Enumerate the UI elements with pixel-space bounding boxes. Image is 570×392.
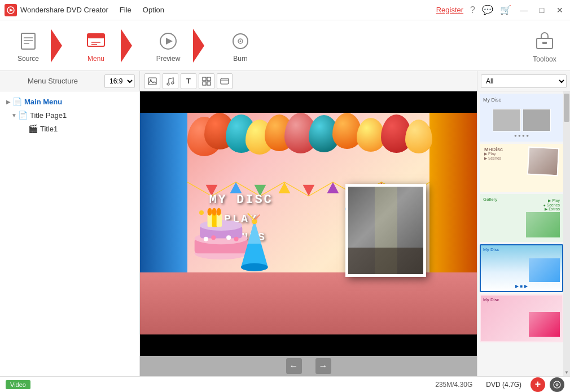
svg-rect-16 [542,42,547,44]
bg-image-button[interactable] [144,73,160,89]
status-file-size: 235M/4.30G [435,381,472,389]
svg-point-46 [216,208,221,215]
video-thumbnail[interactable] [345,184,426,277]
help-icon[interactable]: ? [470,5,475,15]
svg-marker-11 [166,38,173,45]
scroll-down-button[interactable]: ▼ [563,368,570,376]
svg-point-48 [211,236,216,240]
toolbar-menu[interactable]: Menu [73,23,119,68]
template-scrollbar[interactable]: ▼ [563,91,570,376]
svg-rect-21 [203,77,206,81]
menu-file[interactable]: File [117,5,134,15]
svg-rect-24 [207,82,211,85]
expand-icon: ▶ [5,99,12,105]
template-item-5[interactable]: My Disc [480,294,563,342]
menu-structure-title: Menu Structure [5,77,101,85]
template-list: My Disc ● ● ● ● MHDisc ▶ Play▶ Scenes [477,91,563,376]
toolbox-label: Toolbox [533,55,556,63]
title-bar: Wondershare DVD Creator File Option Regi… [0,0,570,20]
svg-point-44 [207,208,212,215]
svg-point-19 [167,83,169,85]
svg-rect-25 [221,78,229,84]
svg-marker-32 [327,182,339,193]
toolbar-arrow-3 [193,23,216,68]
bg-music-button[interactable] [163,73,178,89]
svg-point-50 [234,237,238,241]
toolbar-toolbox[interactable]: Toolbox [525,28,564,63]
main-toolbar: Source Menu Preview Burn Toolbox [0,20,570,71]
toolbox-icon [534,28,555,53]
canvas-panel: MY DISC PLAY SCENES [140,91,477,376]
svg-line-55 [248,213,255,220]
link-button[interactable] [217,73,233,89]
toolbar-burn[interactable]: Burn [218,23,263,68]
menu-option[interactable]: Option [141,5,166,15]
page-icon: 📄 [18,111,28,120]
app-name: Wondershare DVD Creator [20,6,108,14]
next-nav-button[interactable]: → [315,358,331,374]
svg-point-20 [172,82,174,84]
template-item-1[interactable]: My Disc ● ● ● ● [480,94,563,142]
title-bar-right: Register ? 💬 🛒 — □ ✕ [436,5,565,16]
preview-icon [156,29,181,54]
item-icon: 🎬 [28,124,38,133]
menu-icon [84,29,108,54]
toolbar-source[interactable]: Source [6,23,51,68]
page-icon: 📄 [12,97,22,106]
templates-panel: My Disc ● ● ● ● MHDisc ▶ Play▶ Scenes [477,91,570,376]
prev-nav-button[interactable]: ← [286,358,302,374]
canvas-nav: ← → [140,356,477,376]
canvas-area[interactable]: MY DISC PLAY SCENES [140,91,477,356]
template-item-3[interactable]: Gallery ▶ Play● Scenes▶ Extras [480,194,563,242]
status-video-label: Video [6,380,30,389]
toolbar-arrow-1 [51,23,73,68]
status-disc-type: DVD (4.7G) [486,381,521,389]
burn-disc-button[interactable] [550,377,564,392]
svg-marker-31 [302,185,314,196]
template-item-4[interactable]: My Disc ▶ ■ ▶ [480,244,563,292]
menu-label: Menu [87,55,104,63]
source-label: Source [17,55,39,63]
status-bar: Video 235M/4.30G DVD (4.7G) + [0,376,570,392]
svg-line-56 [255,215,260,221]
svg-marker-1 [10,8,13,12]
svg-rect-23 [203,82,206,85]
layout-button[interactable] [199,73,214,89]
register-link[interactable]: Register [436,6,463,14]
source-icon [16,29,41,54]
message-icon[interactable]: 💬 [482,5,493,15]
toolbar-arrow-2 [121,23,143,68]
main-menu-label: Main Menu [24,98,62,106]
aspect-ratio-select[interactable]: 16:9 4:3 [104,74,135,88]
burn-icon [228,29,253,54]
app-logo [5,4,17,16]
svg-point-59 [556,384,558,385]
svg-point-53 [241,263,268,271]
menu-bar: File Option [117,5,166,15]
party-hat [241,208,268,286]
tree-item-title-page1[interactable]: ▼ 📄 Title Page1 [0,108,139,122]
cart-icon[interactable]: 🛒 [500,5,511,15]
close-button[interactable]: ✕ [554,5,565,16]
tree-item-title1[interactable]: ▶ 🎬 Title1 [0,122,139,135]
template-item-2[interactable]: MHDisc ▶ Play▶ Scenes [480,144,563,192]
maximize-button[interactable]: □ [536,5,547,16]
menu-tree: ▶ 📄 Main Menu ▼ 📄 Title Page1 ▶ 🎬 Title1 [0,91,139,376]
svg-rect-17 [148,78,156,85]
text-button[interactable]: T [181,73,196,89]
svg-point-49 [226,236,231,240]
minimize-button[interactable]: — [518,5,529,16]
preview-label: Preview [156,55,181,63]
burn-label: Burn [233,55,247,63]
scroll-thumb[interactable] [564,94,569,122]
svg-point-47 [203,237,208,241]
tree-item-main-menu[interactable]: ▶ 📄 Main Menu [0,95,139,108]
template-filter-select[interactable]: All Wedding Birthday Travel [481,74,567,88]
svg-point-14 [240,40,242,42]
add-media-button[interactable]: + [530,377,545,392]
svg-rect-2 [21,33,35,49]
title1-label: Title1 [40,125,58,133]
title-page1-label: Title Page1 [30,111,67,120]
svg-point-45 [212,208,216,215]
toolbar-preview[interactable]: Preview [146,23,191,68]
